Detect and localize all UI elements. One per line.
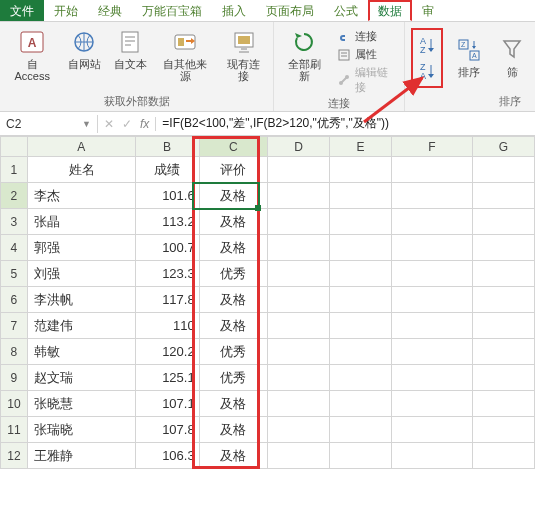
cell[interactable] xyxy=(472,443,534,469)
cell[interactable]: 120.2 xyxy=(135,339,199,365)
cancel-formula-icon[interactable]: ✕ xyxy=(104,117,114,131)
cell[interactable] xyxy=(330,157,392,183)
sort-desc-button[interactable]: ZA xyxy=(417,61,437,81)
cell[interactable] xyxy=(267,313,329,339)
cell[interactable] xyxy=(330,339,392,365)
cell[interactable] xyxy=(472,339,534,365)
cell[interactable] xyxy=(267,287,329,313)
cell[interactable] xyxy=(392,391,473,417)
cell[interactable] xyxy=(392,339,473,365)
fx-icon[interactable]: fx xyxy=(140,117,149,131)
cell[interactable] xyxy=(392,313,473,339)
cell[interactable]: 106.3 xyxy=(135,443,199,469)
cell[interactable]: 张晶 xyxy=(27,209,135,235)
cell[interactable]: 赵文瑞 xyxy=(27,365,135,391)
cell[interactable]: 成绩 xyxy=(135,157,199,183)
cell[interactable] xyxy=(392,365,473,391)
cell[interactable]: 及格 xyxy=(199,391,267,417)
cell[interactable]: 范建伟 xyxy=(27,313,135,339)
filter-button[interactable]: 筛 xyxy=(495,34,529,80)
cell[interactable] xyxy=(267,365,329,391)
cell[interactable] xyxy=(392,261,473,287)
cell[interactable]: 优秀 xyxy=(199,365,267,391)
cell[interactable] xyxy=(267,417,329,443)
tab-start[interactable]: 开始 xyxy=(44,0,88,21)
col-header-A[interactable]: A xyxy=(27,137,135,157)
cell[interactable]: 110 xyxy=(135,313,199,339)
col-header-B[interactable]: B xyxy=(135,137,199,157)
existing-conn-button[interactable]: 现有连接 xyxy=(220,26,267,84)
cell[interactable]: 100.7 xyxy=(135,235,199,261)
cell[interactable] xyxy=(472,183,534,209)
cell[interactable] xyxy=(330,313,392,339)
cell[interactable]: 及格 xyxy=(199,443,267,469)
cell[interactable] xyxy=(472,313,534,339)
cell[interactable]: 及格 xyxy=(199,183,267,209)
cell[interactable]: 及格 xyxy=(199,313,267,339)
cell[interactable] xyxy=(392,443,473,469)
row-header[interactable]: 5 xyxy=(1,261,28,287)
refresh-all-button[interactable]: 全部刷新 xyxy=(280,26,328,84)
cell[interactable] xyxy=(472,417,534,443)
row-header[interactable]: 10 xyxy=(1,391,28,417)
cell[interactable]: 及格 xyxy=(199,417,267,443)
cell[interactable]: 113.2 xyxy=(135,209,199,235)
cell[interactable] xyxy=(267,261,329,287)
row-header[interactable]: 6 xyxy=(1,287,28,313)
cell[interactable] xyxy=(392,417,473,443)
cell[interactable] xyxy=(392,157,473,183)
cell[interactable]: 张瑞晓 xyxy=(27,417,135,443)
cell[interactable] xyxy=(330,365,392,391)
cell[interactable]: 张晓慧 xyxy=(27,391,135,417)
cell[interactable] xyxy=(267,339,329,365)
row-header[interactable]: 11 xyxy=(1,417,28,443)
cell[interactable]: 姓名 xyxy=(27,157,135,183)
cell[interactable]: 117.8 xyxy=(135,287,199,313)
cell[interactable] xyxy=(330,287,392,313)
cell[interactable] xyxy=(392,235,473,261)
connections-button[interactable]: 连接 xyxy=(335,28,398,45)
cell[interactable]: 优秀 xyxy=(199,261,267,287)
cell[interactable]: 李洪帆 xyxy=(27,287,135,313)
from-access-button[interactable]: A 自 Access xyxy=(6,26,58,84)
select-all-corner[interactable] xyxy=(1,137,28,157)
cell[interactable] xyxy=(267,391,329,417)
row-header[interactable]: 9 xyxy=(1,365,28,391)
cell[interactable]: 101.6 xyxy=(135,183,199,209)
cell[interactable]: 郭强 xyxy=(27,235,135,261)
from-web-button[interactable]: 自网站 xyxy=(64,26,104,72)
row-header[interactable]: 2 xyxy=(1,183,28,209)
sort-dialog-button[interactable]: ZA 排序 xyxy=(449,34,489,80)
cell[interactable] xyxy=(267,443,329,469)
cell[interactable] xyxy=(392,183,473,209)
properties-button[interactable]: 属性 xyxy=(335,46,398,63)
cell[interactable] xyxy=(472,157,534,183)
confirm-formula-icon[interactable]: ✓ xyxy=(122,117,132,131)
cell[interactable]: 107.1 xyxy=(135,391,199,417)
row-header[interactable]: 8 xyxy=(1,339,28,365)
cell[interactable] xyxy=(472,287,534,313)
row-header[interactable]: 3 xyxy=(1,209,28,235)
cell[interactable]: 125.1 xyxy=(135,365,199,391)
cell[interactable] xyxy=(330,391,392,417)
sort-asc-button[interactable]: AZ xyxy=(417,35,437,55)
cell[interactable]: 及格 xyxy=(199,209,267,235)
cell[interactable] xyxy=(472,261,534,287)
col-header-F[interactable]: F xyxy=(392,137,473,157)
cell[interactable] xyxy=(330,209,392,235)
cell[interactable] xyxy=(267,209,329,235)
chevron-down-icon[interactable]: ▼ xyxy=(82,119,91,129)
cell[interactable]: 及格 xyxy=(199,287,267,313)
cell[interactable] xyxy=(472,365,534,391)
from-text-button[interactable]: 自文本 xyxy=(110,26,150,72)
tab-data[interactable]: 数据 xyxy=(368,0,412,21)
cell[interactable]: 优秀 xyxy=(199,339,267,365)
cell[interactable]: 李杰 xyxy=(27,183,135,209)
cell[interactable] xyxy=(267,183,329,209)
cell[interactable] xyxy=(472,209,534,235)
cell[interactable]: 刘强 xyxy=(27,261,135,287)
cell[interactable] xyxy=(472,391,534,417)
cell[interactable] xyxy=(330,183,392,209)
tab-toolbox[interactable]: 万能百宝箱 xyxy=(132,0,212,21)
row-header[interactable]: 12 xyxy=(1,443,28,469)
